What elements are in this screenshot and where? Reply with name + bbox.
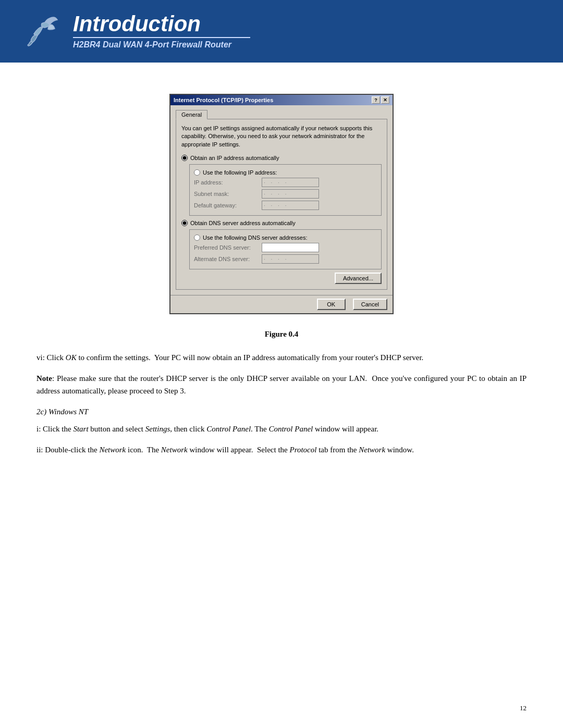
gateway-input: · · · ·: [262, 201, 319, 210]
radio-use-dns-label: Use the following DNS server addresses:: [203, 235, 308, 241]
ok-italic: OK: [66, 353, 77, 362]
ip-address-input: · · · ·: [262, 178, 319, 187]
dialog-title-buttons: ? ✕: [372, 96, 389, 104]
radio-obtain-ip-input[interactable]: [181, 155, 188, 161]
advanced-button-row: Advanced...: [181, 273, 382, 284]
alternate-dns-label: Alternate DNS server:: [194, 256, 262, 262]
header-title-area: Introduction H2BR4 Dual WAN 4-Port Firew…: [73, 13, 250, 50]
protocol-italic: Protocol: [290, 446, 317, 454]
ok-button[interactable]: OK: [317, 299, 346, 310]
figure-caption: Figure 0.4: [36, 330, 527, 339]
network-italic: Network: [99, 446, 126, 454]
header: Introduction H2BR4 Dual WAN 4-Port Firew…: [0, 0, 563, 63]
dialog-bottom: OK Cancel: [170, 295, 393, 313]
tab-general[interactable]: General: [176, 110, 207, 119]
page-number: 12: [520, 704, 527, 712]
ip-address-row: IP address: · · · ·: [194, 178, 377, 187]
radio-use-dns-input[interactable]: [194, 235, 200, 241]
radio-use-ip: Use the following IP address:: [194, 169, 377, 176]
radio-obtain-dns: Obtain DNS server address automatically: [181, 220, 382, 226]
section-2c: 2c) Windows NT: [36, 408, 527, 416]
preferred-dns-row: Preferred DNS server:: [194, 243, 377, 252]
radio-use-ip-label: Use the following IP address:: [203, 169, 277, 176]
tcp-ip-dialog: Internet Protocol (TCP/IP) Properties ? …: [169, 94, 394, 314]
obtain-ip-group: Obtain an IP address automatically: [181, 155, 382, 161]
advanced-button[interactable]: Advanced...: [335, 273, 382, 284]
logo-area: Introduction H2BR4 Dual WAN 4-Port Firew…: [21, 10, 250, 52]
radio-obtain-dns-label: Obtain DNS server address automatically: [190, 220, 296, 226]
paragraph-i: i: Click the Start button and select Set…: [36, 423, 527, 435]
dialog-title: Internet Protocol (TCP/IP) Properties: [174, 97, 273, 103]
radio-obtain-ip-label: Obtain an IP address automatically: [190, 155, 279, 161]
dialog-body: General You can get IP settings assigned…: [170, 105, 393, 295]
paragraph-vi: vi: Click OK to confirm the settings. Yo…: [36, 351, 527, 364]
ip-address-label: IP address:: [194, 179, 262, 186]
network2-italic: Network: [161, 446, 188, 454]
preferred-dns-label: Preferred DNS server:: [194, 244, 262, 251]
gateway-label: Default gateway:: [194, 202, 262, 208]
paragraph-ii: ii: Double-click the Network icon. The N…: [36, 443, 527, 456]
dialog-titlebar: Internet Protocol (TCP/IP) Properties ? …: [170, 95, 393, 105]
controlpanel-italic: Control Panel: [206, 425, 251, 433]
paragraph-note: Note: Please make sure that the router's…: [36, 372, 527, 397]
preferred-dns-input: [262, 243, 319, 252]
alternate-dns-row: Alternate DNS server: · · · ·: [194, 254, 377, 264]
controlpanel2-italic: Control Panel: [268, 425, 313, 433]
tab-content: You can get IP settings assigned automat…: [176, 119, 387, 290]
cancel-button[interactable]: Cancel: [353, 299, 387, 310]
subnet-label: Subnet mask:: [194, 191, 262, 197]
close-button[interactable]: ✕: [381, 96, 389, 104]
settings-italic: Settings: [145, 425, 170, 433]
tab-strip: General: [176, 109, 387, 119]
network3-italic: Network: [359, 446, 385, 454]
radio-use-dns: Use the following DNS server addresses:: [194, 235, 377, 241]
radio-obtain-ip: Obtain an IP address automatically: [181, 155, 382, 161]
main-content: Internet Protocol (TCP/IP) Properties ? …: [0, 63, 563, 485]
dns-field-group: Use the following DNS server addresses: …: [189, 229, 382, 269]
subnet-row: Subnet mask: · · · ·: [194, 189, 377, 199]
info-text: You can get IP settings assigned automat…: [181, 125, 382, 149]
subnet-input: · · · ·: [262, 189, 319, 199]
dialog-container: Internet Protocol (TCP/IP) Properties ? …: [36, 94, 527, 314]
ip-field-group: Use the following IP address: IP address…: [189, 164, 382, 216]
header-title: Introduction: [73, 13, 250, 35]
help-button[interactable]: ?: [372, 96, 380, 104]
bird-logo: [21, 10, 63, 52]
alternate-dns-input: · · · ·: [262, 254, 319, 264]
obtain-dns-group: Obtain DNS server address automatically: [181, 220, 382, 226]
header-divider: [73, 37, 250, 38]
note-bold: Note: [36, 374, 52, 382]
start-italic: Start: [73, 425, 88, 433]
radio-use-ip-input[interactable]: [194, 169, 200, 176]
gateway-row: Default gateway: · · · ·: [194, 201, 377, 210]
header-subtitle: H2BR4 Dual WAN 4-Port Firewall Router: [73, 40, 250, 50]
radio-obtain-dns-input[interactable]: [181, 220, 188, 226]
